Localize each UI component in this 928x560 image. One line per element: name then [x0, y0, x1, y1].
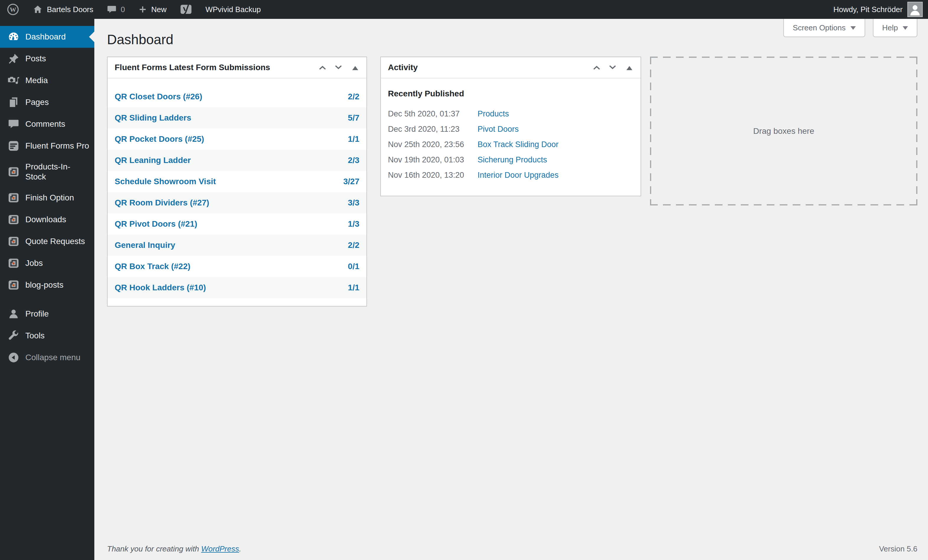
form-link[interactable]: QR Pocket Doors (#25): [114, 134, 204, 144]
form-submission-row: General Inquiry 2/2: [108, 235, 366, 256]
fluent-forms-list: QR Closet Doors (#26) 2/2 QR Sliding Lad…: [108, 78, 366, 306]
submission-count-link[interactable]: 2/3: [348, 156, 359, 165]
wordpress-logo-icon: W: [6, 3, 20, 16]
submission-count-link[interactable]: 1/1: [348, 283, 359, 292]
sidebar-item-pages[interactable]: Pages: [0, 92, 94, 113]
yoast-seo-menu[interactable]: [173, 0, 199, 19]
sidebar-item-dashboard[interactable]: Dashboard: [0, 26, 94, 48]
form-link[interactable]: Schedule Showroom Visit: [114, 177, 216, 186]
fluent-forms-icon: [8, 140, 20, 152]
submission-count-link[interactable]: 0/1: [348, 262, 359, 271]
custom-post-type-icon: [8, 235, 20, 247]
wpvivid-label: WPvivid Backup: [206, 5, 261, 14]
my-account-menu[interactable]: Howdy, Pit Schröder: [827, 0, 928, 19]
help-button[interactable]: Help: [873, 19, 917, 37]
sidebar-item-label: Pages: [25, 97, 90, 107]
move-up-icon[interactable]: [317, 63, 328, 73]
form-link[interactable]: QR Sliding Ladders: [114, 113, 191, 123]
sidebar-item-posts[interactable]: Posts: [0, 48, 94, 70]
toggle-panel-icon[interactable]: [352, 63, 358, 70]
form-submission-row: QR Sliding Ladders 5/7: [108, 107, 366, 128]
published-item-row: Nov 19th 2020, 01:03 Sicherung Products: [388, 152, 633, 168]
form-link[interactable]: QR Room Dividers (#27): [114, 198, 209, 208]
submission-count-link[interactable]: 2/2: [348, 241, 359, 250]
form-link[interactable]: QR Hook Ladders (#10): [114, 283, 206, 292]
sidebar-item-tools[interactable]: Tools: [0, 325, 94, 346]
wp-logo-menu[interactable]: W: [0, 0, 26, 19]
sidebar-item-blog-posts[interactable]: blog-posts: [0, 274, 94, 296]
published-post-link[interactable]: Products: [478, 109, 509, 119]
custom-post-type-icon: [8, 166, 20, 178]
widget-drop-zone[interactable]: Drag boxes here: [650, 56, 917, 205]
version-label: Version 5.6: [879, 545, 917, 554]
move-down-icon[interactable]: [333, 63, 343, 73]
form-link[interactable]: General Inquiry: [114, 241, 175, 250]
widget-actions: [586, 63, 633, 73]
chevron-down-icon: [850, 26, 856, 32]
sidebar-item-comments[interactable]: Comments: [0, 113, 94, 135]
recently-published-heading: Recently Published: [388, 89, 633, 98]
form-link[interactable]: QR Leaning Ladder: [114, 156, 191, 165]
sidebar-item-downloads[interactable]: Downloads: [0, 209, 94, 230]
form-submission-row: QR Closet Doors (#26) 2/2: [108, 86, 366, 107]
wpvivid-backup-menu[interactable]: WPvivid Backup: [199, 0, 267, 19]
sidebar-item-jobs[interactable]: Jobs: [0, 252, 94, 274]
sidebar-item-collapse-menu[interactable]: Collapse menu: [0, 346, 94, 368]
site-name-menu[interactable]: Bartels Doors: [26, 0, 100, 19]
publish-date: Dec 5th 2020, 01:37: [388, 109, 478, 119]
form-link[interactable]: QR Pivot Doors (#21): [114, 219, 197, 229]
sidebar-item-quote-requests[interactable]: Quote Requests: [0, 230, 94, 252]
submission-count-link[interactable]: 3/27: [343, 177, 360, 186]
admin-footer: Thank you for creating with WordPress. V…: [107, 545, 917, 554]
sidebar-item-label: Fluent Forms Pro: [25, 141, 90, 151]
move-down-icon[interactable]: [607, 63, 618, 73]
wordpress-link[interactable]: WordPress: [201, 545, 239, 553]
plus-icon: [138, 5, 147, 14]
dashboard-gauge-icon: [8, 31, 20, 43]
sidebar-item-media[interactable]: Media: [0, 70, 94, 92]
screen-options-button[interactable]: Screen Options: [783, 19, 865, 37]
fluent-forms-widget-header[interactable]: Fluent Forms Latest Form Submissions: [108, 57, 366, 78]
screen-meta-tabs: Screen Options Help: [783, 19, 917, 37]
submission-count-link[interactable]: 3/3: [348, 198, 359, 208]
svg-text:W: W: [10, 6, 16, 13]
sidebar-item-profile[interactable]: Profile: [0, 303, 94, 325]
published-item-row: Nov 25th 2020, 23:56 Box Track Sliding D…: [388, 137, 633, 152]
form-link[interactable]: QR Box Track (#22): [114, 262, 191, 271]
submission-count-link[interactable]: 1/3: [348, 219, 359, 229]
submission-count-link[interactable]: 1/1: [348, 134, 359, 144]
new-content-menu[interactable]: New: [131, 0, 173, 19]
sidebar-item-label: Downloads: [25, 215, 90, 224]
person-icon: [8, 308, 20, 320]
media-camera-icon: [8, 75, 20, 86]
published-post-link[interactable]: Pivot Doors: [478, 125, 519, 134]
move-up-icon[interactable]: [592, 63, 602, 73]
sidebar-item-finish-option[interactable]: Finish Option: [0, 187, 94, 209]
sidebar-item-label: Media: [25, 75, 90, 85]
sidebar-item-label: Quote Requests: [25, 237, 90, 246]
drop-zone-label: Drag boxes here: [753, 127, 814, 136]
sidebar-item-label: Dashboard: [25, 32, 90, 42]
toggle-panel-icon[interactable]: [626, 63, 632, 70]
published-post-link[interactable]: Interior Door Upgrades: [478, 171, 559, 180]
chevron-down-icon: [903, 26, 908, 32]
published-post-link[interactable]: Box Track Sliding Door: [478, 140, 559, 149]
sidebar-item-label: Collapse menu: [25, 352, 90, 363]
thanks-prefix: Thank you for creating with: [107, 545, 201, 553]
comments-menu[interactable]: 0: [100, 0, 131, 19]
publish-date: Dec 3rd 2020, 11:23: [388, 125, 478, 134]
sidebar-item-label: Jobs: [25, 258, 90, 268]
admin-bar: W Bartels Doors 0: [0, 0, 928, 19]
submission-count-link[interactable]: 5/7: [348, 113, 359, 123]
submission-count-link[interactable]: 2/2: [348, 92, 359, 101]
activity-widget-header[interactable]: Activity: [381, 57, 641, 78]
form-link[interactable]: QR Closet Doors (#26): [114, 92, 202, 101]
sidebar-item-products-in-stock[interactable]: Products-In-Stock: [0, 157, 94, 187]
site-name-label: Bartels Doors: [47, 5, 93, 14]
published-post-link[interactable]: Sicherung Products: [478, 155, 547, 165]
published-item-row: Dec 5th 2020, 01:37 Products: [388, 106, 633, 121]
publish-date: Nov 19th 2020, 01:03: [388, 155, 478, 165]
published-item-row: Nov 16th 2020, 13:20 Interior Door Upgra…: [388, 168, 633, 183]
custom-post-type-icon: [8, 257, 20, 269]
sidebar-item-fluent-forms-pro[interactable]: Fluent Forms Pro: [0, 135, 94, 157]
